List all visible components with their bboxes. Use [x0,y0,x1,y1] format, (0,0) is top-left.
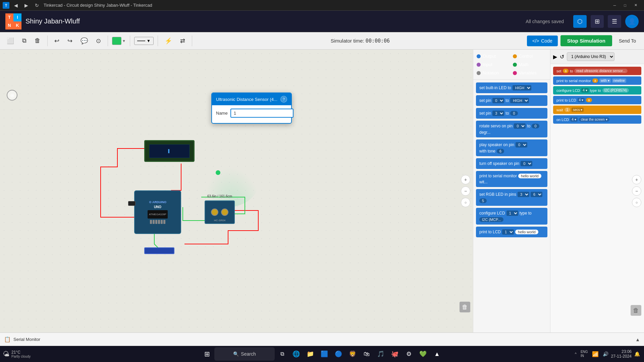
lcd-print-pin[interactable]: 1 [502,229,514,235]
category-input[interactable]: Input [477,61,511,68]
component-button[interactable]: ⊙ [93,35,104,47]
block-set-pin[interactable]: set pin 0 to HIGH [476,95,547,106]
code-to-label: to [570,69,573,73]
tray-expand-button[interactable]: ^ [574,351,578,357]
rgb-pin2[interactable]: 6 [531,192,542,197]
line-selector[interactable]: ▼ [134,37,154,45]
rgb-pin1[interactable]: 3 [518,192,529,197]
stop-simulation-button[interactable]: Stop Simulation [560,35,612,46]
pin-val-select[interactable]: HIGH [510,98,529,103]
code-block-wait[interactable]: wait 1 secs ▾ [553,106,641,114]
code-zoom-fit[interactable]: ○ [632,198,641,207]
code-block-set-var[interactable]: set a to read ultrasonic distance sensor… [553,67,641,75]
copy-button[interactable]: ⧉ [19,35,29,46]
drive-button[interactable]: ▲ [430,347,444,361]
sensor-dot [216,170,220,175]
color-selector[interactable]: ▼ [112,37,126,45]
read-sensor-val: read ultrasonic distance sensor... [574,69,627,73]
block-configure-lcd[interactable]: configure LCD 1 type to I2C (MCP... [476,208,547,225]
category-output[interactable]: Output [477,53,511,59]
category-notation[interactable]: Notation [477,70,511,76]
zoom-in-button[interactable]: + [461,175,470,184]
code-block-print-lcd[interactable]: print to LCD 4 ▾ a [553,96,641,104]
search-button[interactable]: 🔍 Search [214,347,275,361]
delete-button[interactable]: 🗑 [32,35,43,46]
category-math[interactable]: Math [513,61,547,68]
spotify-button[interactable]: 🎵 [374,347,387,361]
code-zoom-in[interactable]: + [632,175,641,184]
brave-button[interactable]: 🦁 [346,347,359,361]
ms365-button[interactable]: 🟦 [318,347,331,361]
task-view-button[interactable]: ⧉ [275,347,289,361]
undo-button[interactable]: ↩ [52,35,62,47]
new-button[interactable]: ⬜ [4,35,17,47]
category-variables[interactable]: Variables [513,70,547,76]
block-set-pin-3[interactable]: set pin 3 to 0 [476,108,547,119]
code-block-configure-lcd[interactable]: configure LCD 4 ▾ type to I2C (PCF8574) [553,86,641,95]
refresh-button[interactable]: ↻ [33,2,41,9]
ultrasonic-sensor[interactable]: HC-SR04 63.6in / 161.6cm [205,200,235,224]
spreadsheet-view-button[interactable]: ☰ [608,15,621,28]
block-rotate-servo[interactable]: rotate servo on pin 0 to 0 degr... [476,121,547,137]
code-trash-button[interactable]: 🗑 [631,305,641,316]
serial-expand-button[interactable]: ▲ [635,337,640,342]
servo-pin-select[interactable]: 0 [514,123,526,129]
block-set-led[interactable]: set built-in LED to HIGHLOW [476,82,547,93]
health-button[interactable]: 💚 [416,347,430,361]
send-to-button[interactable]: Send To [615,36,640,46]
popup-header: Ultrasonic Distance Sensor (4... ? [212,93,291,105]
maximize-button[interactable]: □ [620,2,630,9]
file-explorer-button[interactable]: 📁 [304,347,317,361]
zoom-out-button[interactable]: − [461,186,470,196]
play-button[interactable]: ▶ [553,54,557,60]
category-control[interactable]: Control [513,53,547,59]
minimize-button[interactable]: ─ [609,2,620,9]
speaker-pin-select[interactable]: 0 [516,142,527,147]
canvas-area[interactable]: ▌ ⊙ ARDUINO UNO ATMEGA328P HC-SR04 [0,50,473,333]
github-button[interactable]: 🐙 [388,347,401,361]
block-rgb-led[interactable]: set RGB LED in pins 3 6 5 [476,189,547,206]
notification-button[interactable]: 🔔 [633,351,641,357]
arduino-board[interactable]: ⊙ ARDUINO UNO ATMEGA328P [134,190,181,234]
code-block-clear-lcd[interactable]: on LCD 4 ▾ clear the screen ▾ [553,115,641,124]
close-button[interactable]: ✕ [630,2,641,9]
comment-button[interactable]: 💬 [78,35,91,47]
serial-monitor-bar[interactable]: 📋 Serial Monitor ▲ [0,333,644,346]
zoom-fit-button[interactable]: ○ [461,198,470,207]
popup-name-input[interactable] [230,109,293,118]
speaker-off-pin-select[interactable]: 0 [521,161,532,166]
code-zoom-out[interactable]: − [632,186,641,196]
pin-select-0[interactable]: 0 [492,98,504,103]
pin-select-3[interactable]: 3 [492,111,504,116]
block-turn-off-speaker[interactable]: turn off speaker on pin 0 [476,158,547,169]
flip-button[interactable]: ⇄ [177,35,188,47]
schematic-view-button[interactable]: ⊞ [591,15,604,28]
start-button[interactable]: ⊞ [200,347,214,361]
tinkercad-button[interactable]: ⚙ [402,347,416,361]
step-button[interactable]: ↺ [560,54,564,60]
back-button[interactable]: ◀ [12,2,20,9]
circuit-view-button[interactable]: ⬡ [573,15,587,28]
redo-button[interactable]: ↪ [65,35,75,47]
forward-button[interactable]: ▶ [22,2,30,9]
block-play-speaker[interactable]: play speaker on pin 0 with tone 6 [476,139,547,156]
route-button[interactable]: ⚡ [162,35,175,47]
rotate-button[interactable]: ⊕ [7,90,17,101]
lcd-display[interactable]: ▌ [144,140,195,162]
device-selector[interactable]: 1 (Arduino Uno R3) [567,52,614,61]
trash-button[interactable]: 🗑 [460,302,470,312]
edge-taskbar-button[interactable]: 🔵 [332,347,345,361]
led-state-select[interactable]: HIGHLOW [513,85,531,90]
lcd-pin-select[interactable]: 1 [506,210,518,216]
edge-button[interactable]: 🌐 [289,347,303,361]
store-button[interactable]: 🛍 [360,347,373,361]
lcd-print-pin-4: 4 ▾ [578,98,585,102]
potentiometer[interactable] [144,247,174,254]
user-avatar[interactable]: 👤 [625,15,639,28]
block-print-lcd[interactable]: print to LCD 1 hello world [476,227,547,237]
code-button[interactable]: </> Code [527,36,558,46]
popup-help-button[interactable]: ? [280,96,287,103]
code-block-print-serial[interactable]: print to serial monitor a with ▾ newline [553,76,641,85]
clock[interactable]: 23:06 27-11-2024 [611,349,632,359]
block-print-serial[interactable]: print to serial monitor hello world wit.… [476,171,547,187]
